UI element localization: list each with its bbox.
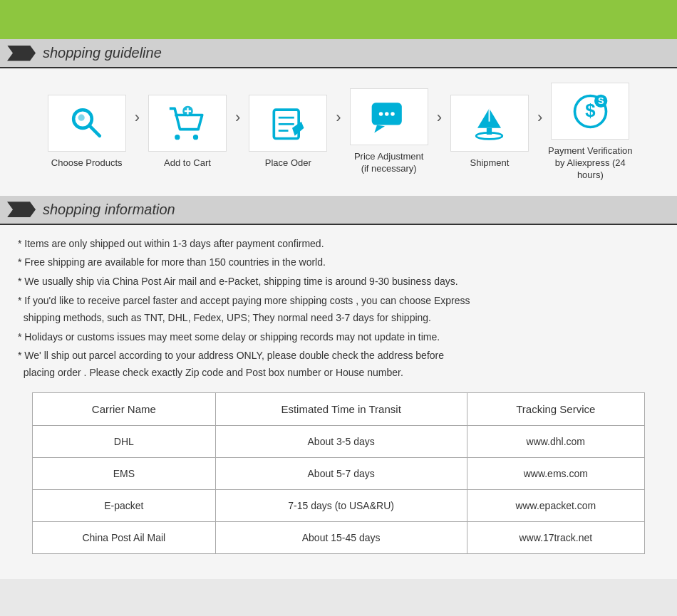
svg-text:S: S — [598, 95, 604, 106]
time-cell: About 5-7 days — [215, 458, 467, 490]
tracking-cell: www.17track.net — [467, 522, 644, 554]
svg-point-15 — [379, 112, 383, 116]
header-icon — [7, 46, 36, 61]
information-header: shopping information — [0, 196, 677, 224]
cart-icon — [168, 103, 207, 142]
shipping-table: Carrier Name Estimated Time in Transit T… — [32, 392, 645, 554]
svg-point-17 — [391, 112, 395, 116]
step-shipment: Shipment — [443, 95, 536, 169]
table-header-row: Carrier Name Estimated Time in Transit T… — [33, 393, 645, 426]
chat-icon — [369, 98, 408, 137]
svg-line-1 — [89, 126, 100, 137]
step-label-price-adjustment: Price Adjustment (if necessary) — [354, 151, 424, 175]
table-row: E-packet 7-15 days (to USA&RU) www.epack… — [33, 490, 645, 522]
arrow-2: › — [235, 108, 240, 127]
svg-text:$: $ — [585, 100, 595, 120]
info-line-4: * If you'd like to receive parcel faster… — [18, 293, 659, 327]
info-line-6: * We' ll ship out parcel according to yo… — [18, 348, 659, 382]
table-row: EMS About 5-7 days www.ems.com — [33, 458, 645, 490]
step-place-order: Place Oder — [242, 95, 334, 169]
svg-point-20 — [477, 133, 503, 140]
table-row: DHL About 3-5 days www.dhl.com — [33, 426, 645, 458]
time-cell: 7-15 days (to USA&RU) — [215, 490, 467, 522]
arrow-5: › — [537, 108, 542, 127]
step-box-price-adjustment — [350, 88, 428, 145]
step-label-shipment: Shipment — [470, 157, 510, 169]
step-box-payment-verification: $ S — [551, 83, 629, 140]
info-line-1: * Items are only shipped out within 1-3 … — [18, 236, 659, 253]
step-price-adjustment: Price Adjustment (if necessary) — [343, 88, 435, 175]
step-box-place-order — [249, 95, 327, 152]
step-choose-products: Choose Products — [41, 95, 133, 169]
step-box-shipment — [450, 95, 529, 152]
step-add-to-cart: Add to Cart — [141, 95, 234, 169]
info-header-icon — [7, 202, 36, 217]
arrow-1: › — [135, 108, 140, 127]
step-box-add-to-cart — [148, 95, 227, 152]
col-header-time: Estimated Time in Transit — [215, 393, 467, 426]
col-header-tracking: Tracking Service — [467, 393, 644, 426]
ship-icon — [470, 103, 509, 142]
step-label-add-to-cart: Add to Cart — [164, 157, 211, 169]
info-section: * Items are only shipped out within 1-3 … — [0, 225, 677, 579]
step-box-choose-products — [48, 95, 126, 152]
step-label-choose-products: Choose Products — [51, 157, 123, 169]
arrow-3: › — [336, 108, 341, 127]
table-row: China Post Ail Mail About 15-45 days www… — [33, 522, 645, 554]
time-cell: About 15-45 days — [215, 522, 467, 554]
guideline-header: shopping guideline — [0, 39, 677, 67]
svg-point-3 — [175, 135, 180, 140]
svg-point-16 — [385, 112, 389, 116]
information-title: shopping information — [43, 202, 175, 218]
tracking-cell: www.epacket.com — [467, 490, 644, 522]
guideline-title: shopping guideline — [43, 45, 162, 61]
steps-container: Choose Products › Add to Cart › — [0, 68, 677, 196]
order-icon — [269, 103, 308, 142]
carrier-cell: China Post Ail Mail — [33, 522, 216, 554]
search-icon — [67, 103, 106, 142]
info-line-5: * Holidays or customs issues may meet so… — [18, 329, 659, 346]
tracking-cell: www.dhl.com — [467, 426, 644, 458]
col-header-carrier: Carrier Name — [33, 393, 216, 426]
info-line-2: * Free shipping are available for more t… — [18, 254, 659, 271]
svg-point-4 — [192, 135, 197, 140]
time-cell: About 3-5 days — [215, 426, 467, 458]
green-banner — [0, 0, 677, 39]
carrier-cell: DHL — [33, 426, 216, 458]
carrier-cell: EMS — [33, 458, 216, 490]
arrow-4: › — [437, 108, 442, 127]
carrier-cell: E-packet — [33, 490, 216, 522]
payment-icon: $ S — [571, 92, 610, 131]
info-line-3: * We usually ship via China Post Air mai… — [18, 273, 659, 291]
svg-marker-14 — [374, 125, 385, 132]
step-payment-verification: $ S Payment Verification by Aliexpress (… — [544, 83, 636, 182]
tracking-cell: www.ems.com — [467, 458, 644, 490]
step-label-place-order: Place Oder — [265, 157, 311, 169]
step-label-payment-verification: Payment Verification by Aliexpress (24 h… — [544, 145, 636, 182]
svg-point-2 — [78, 115, 85, 121]
